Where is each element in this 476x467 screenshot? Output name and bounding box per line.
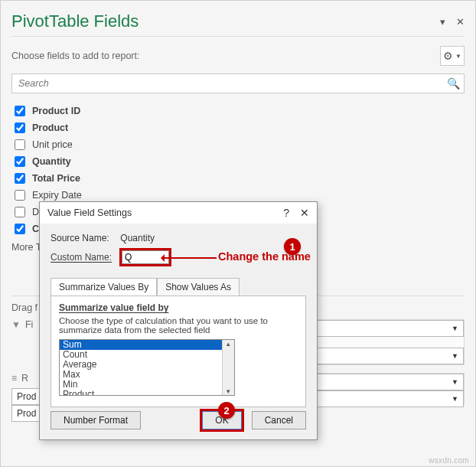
field-label: Expiry Date: [32, 190, 82, 201]
chevron-down-icon: ▼: [455, 53, 461, 60]
rows-icon: ≡: [11, 373, 17, 384]
field-label: Total Price: [32, 173, 80, 184]
chevron-down-icon: ▼: [452, 378, 458, 386]
watermark: wsxdn.com: [429, 456, 469, 465]
chevron-down-icon: ▼: [452, 352, 458, 360]
list-item[interactable]: Max: [60, 370, 234, 380]
tab-show-values[interactable]: Show Values As: [157, 278, 240, 296]
annotation-badge-2: 2: [218, 402, 235, 419]
scroll-up-icon[interactable]: ▴: [227, 340, 230, 348]
annotation-arrow: [163, 257, 217, 259]
field-checkbox[interactable]: [15, 224, 25, 234]
value-field-settings-dialog: Value Field Settings ? ✕ Source Name: Qu…: [39, 201, 318, 440]
panel-help: Choose the type of calculation that you …: [59, 316, 298, 335]
number-format-button[interactable]: Number Format: [51, 411, 141, 429]
dialog-title: Value Field Settings: [47, 207, 132, 218]
filter-icon: ▼: [11, 319, 21, 330]
tab-summarize[interactable]: Summarize Values By: [51, 278, 157, 296]
field-checkbox[interactable]: [15, 156, 25, 167]
cancel-button[interactable]: Cancel: [252, 411, 306, 429]
close-icon[interactable]: ✕: [456, 16, 465, 28]
dialog-tabs: Summarize Values By Show Values As: [51, 277, 306, 296]
field-checkbox[interactable]: [15, 139, 25, 150]
field-label: Quantity: [32, 156, 71, 167]
list-item[interactable]: Product: [60, 390, 234, 396]
help-icon[interactable]: ?: [283, 207, 289, 219]
source-name-label: Source Name:: [51, 233, 118, 243]
custom-name-label: Custom Name:: [51, 252, 115, 263]
chevron-down-icon: ▼: [452, 395, 458, 403]
close-icon[interactable]: ✕: [300, 207, 309, 219]
pane-subtext: Choose fields to add to report:: [11, 51, 139, 61]
field-label: Unit price: [32, 139, 73, 150]
calc-listbox[interactable]: Sum Count Average Max Min Product ▴ ▾: [59, 339, 235, 396]
search-field[interactable]: 🔍: [11, 73, 465, 93]
drag-label: Drag f: [11, 302, 37, 313]
summarize-panel: Summarize value field by Choose the type…: [51, 296, 306, 407]
gear-icon: ⚙: [443, 50, 453, 62]
scroll-down-icon[interactable]: ▾: [227, 387, 230, 395]
field-checkbox[interactable]: [15, 106, 25, 116]
field-label: Product ID: [32, 106, 80, 116]
scrollbar[interactable]: ▴ ▾: [222, 340, 234, 395]
annotation-text: Change the name: [218, 250, 311, 263]
field-checkbox[interactable]: [15, 173, 25, 184]
source-name-value: Quantity: [120, 233, 155, 243]
search-icon: 🔍: [447, 77, 460, 90]
area-heading: Fi: [25, 319, 33, 330]
pane-title: PivotTable Fields: [11, 11, 139, 31]
list-item[interactable]: Average: [60, 360, 234, 370]
field-label: Product: [32, 122, 68, 133]
chevron-down-icon: ▼: [452, 325, 458, 332]
field-checkbox[interactable]: [15, 207, 25, 217]
panel-heading: Summarize value field by: [59, 302, 298, 313]
search-input[interactable]: [11, 73, 465, 93]
field-checkbox[interactable]: [15, 190, 25, 201]
minimize-icon[interactable]: ▾: [440, 16, 445, 28]
settings-button[interactable]: ⚙▼: [440, 46, 465, 66]
area-heading: R: [21, 373, 28, 384]
field-checkbox[interactable]: [15, 122, 25, 133]
